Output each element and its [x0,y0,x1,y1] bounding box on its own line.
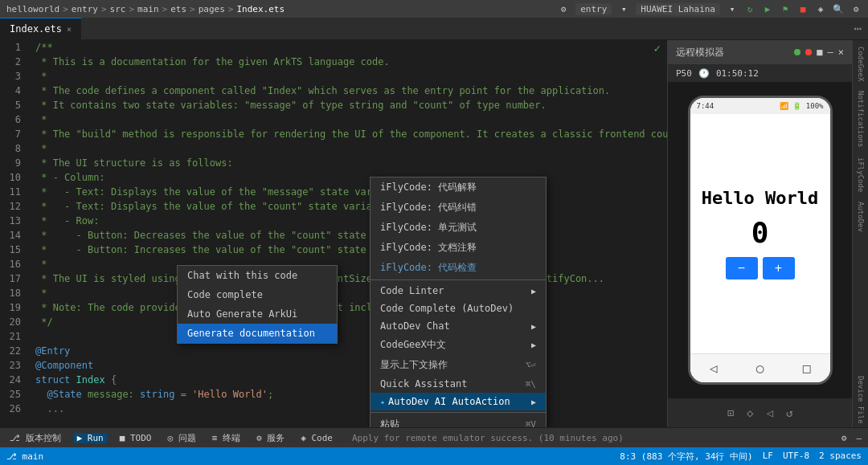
autodev-submenu: Chat with this code Code complete Auto G… [177,265,338,344]
autodev-icon: ✦ [380,398,385,406]
menu-label: Code Linter [380,285,444,296]
tab-label: Index.ets [10,23,62,35]
back-btn-icon[interactable]: ◁ [767,406,773,419]
submenu-item-arkui[interactable]: Auto Generate ArkUi [178,304,337,324]
menu-item-context-action[interactable]: 显示上下文操作 ⌥⏎ [371,355,546,375]
menu-label: Code Complete (AutoDev) [380,303,514,314]
minimize-icon[interactable]: — [828,47,833,58]
breadcrumb-file[interactable]: Index.ets [236,4,285,14]
submenu-item-complete[interactable]: Code complete [178,285,337,304]
breadcrumb-helloworld[interactable]: helloworld [6,4,59,14]
bottom-toolbar: ⎇ 版本控制 ▶ Run ■ TODO ◎ 问题 ≡ 终端 ⚙ 服务 ◈ Cod… [0,427,868,447]
indent: 2 spaces [819,451,862,463]
code-line: * The UI is styled using various methods… [35,271,667,286]
code-line: * - Text: Displays the value of the "cou… [35,199,667,214]
menu-item-paste[interactable]: 粘贴 ⌘V [371,414,546,427]
iflycode-sidebar-icon[interactable]: iFlyCode [855,154,866,195]
menu-item-quick-assistant[interactable]: Quick Assistant ⌘\ [371,375,546,393]
terminal-btn[interactable]: ≡ 终端 [209,432,244,444]
problems-btn[interactable]: ◎ 问题 [165,432,199,444]
services-btn[interactable]: ⚙ 服务 [253,432,288,444]
sync-icon[interactable]: ↻ [744,3,755,14]
huawei-device[interactable]: HUAWEI Lahaina [636,3,720,15]
code-line: * [35,69,667,84]
menu-item-autodev-chat[interactable]: AutoDev Chat ▶ [371,317,546,335]
tab-menu-button[interactable]: ⋯ [847,21,868,36]
menu-item-iflycode-test[interactable]: iFlyCode: 单元测试 [371,218,546,238]
phone-nav: ◁ ○ □ [690,353,830,382]
code-line: * The UI structure is as follows: [35,156,667,170]
debug-icon[interactable]: ⚑ [780,3,791,14]
submenu-item-chat[interactable]: Chat with this code [178,266,337,285]
screenshot-icon[interactable]: ⊡ [727,406,734,419]
menu-item-iflycode-fix[interactable]: iFlyCode: 代码纠错 [371,198,546,218]
notifications-sidebar-icon[interactable]: Notifications [855,88,866,150]
breadcrumb-src[interactable]: src [110,4,126,14]
stop-icon[interactable]: ■ [797,3,809,14]
back-icon[interactable]: ◁ [710,361,718,376]
code-btn[interactable]: ◈ Code [297,433,336,443]
code-line: * - Column: [35,170,667,185]
breadcrumb-entry[interactable]: entry [72,4,98,14]
profile-icon[interactable]: ◈ [815,3,826,14]
side-icons-panel: CodeGeeX Notifications iFlyCode AutoDev … [852,40,868,427]
settings-bottom-icon[interactable]: ⚙ [841,433,847,443]
status-bar: ⎇ main 8:3 (883 个字符, 34行 中间) LF UTF-8 2 … [0,447,868,465]
home-icon[interactable]: ○ [756,361,764,376]
emulator-controls: ■ — × [794,47,844,58]
menu-separator [371,412,546,413]
code-line: * The code defines a component called "I… [35,84,667,98]
dropdown-icon[interactable]: ▾ [618,3,629,14]
rotate-icon[interactable]: ↺ [786,406,792,419]
device-selector[interactable]: entry [575,3,612,15]
phone-minus-btn[interactable]: − [726,257,758,279]
phone-hello-world: Hello World [702,188,819,208]
dropdown-icon2[interactable]: ▾ [727,3,738,14]
version-control-btn[interactable]: ⎇ 版本控制 [6,432,64,444]
editor-area[interactable]: ✓ 12345 678910 1112131415 1617181920 212… [0,40,667,427]
menu-item-iflycode-explain[interactable]: iFlyCode: 代码解释 [371,177,546,198]
autodev-sidebar-icon[interactable]: AutoDev [855,198,866,235]
menu-item-code-complete[interactable]: Code Complete (AutoDev) [371,300,546,317]
run-btn[interactable]: ▶ Run [74,433,107,443]
menu-item-code-linter[interactable]: Code Linter ▶ [371,282,546,300]
breadcrumb-sep3: > [129,4,134,14]
search-icon[interactable]: 🔍 [833,3,844,14]
close-panel-icon[interactable]: × [838,47,844,58]
share-icon[interactable]: ◇ [747,406,753,419]
menu-item-iflycode-doc[interactable]: iFlyCode: 文档注释 [371,238,546,258]
run-status-text: Apply for remote emulator success. (10 m… [352,433,624,443]
menu-label: AutoDev AI AutoAction [388,396,510,407]
devicefile-sidebar-icon[interactable]: Device File [855,373,866,427]
build-icon[interactable]: ▶ [762,3,773,14]
gear-icon[interactable]: ⚙ [850,3,862,14]
menu-item-codegeex[interactable]: CodeGeeX中文 ▶ [371,335,546,355]
stop-emulator-icon[interactable]: ■ [817,47,822,58]
code-line: * - Button: Decreases the value of the "… [35,228,667,243]
menu-label: CodeGeeX中文 [380,338,446,352]
code-editor[interactable]: /** * This is a documentation for the gi… [29,40,667,427]
codegeex-sidebar-icon[interactable]: CodeGeeX [855,43,866,84]
line-ending: LF [763,451,773,463]
device-time: 01:50:12 [716,68,759,79]
settings-icon[interactable]: ⚙ [558,3,569,14]
tab-close-btn[interactable]: × [67,25,72,34]
menu-item-iflycode-check[interactable]: iFlyCode: 代码检查 [371,258,546,278]
breadcrumb-ets[interactable]: ets [170,4,186,14]
shortcut: ⌥⏎ [526,360,536,370]
phone-plus-btn[interactable]: + [763,257,795,279]
context-menu: iFlyCode: 代码解释 iFlyCode: 代码纠错 iFlyCode: … [370,177,547,427]
breadcrumb: helloworld > entry > src > main > ets > … [6,4,553,14]
breadcrumb-pages[interactable]: pages [199,4,225,14]
breadcrumb-main[interactable]: main [137,4,159,14]
minimize-bottom-icon[interactable]: — [856,433,862,443]
breadcrumb-sep6: > [228,4,234,14]
menu-label: 粘贴 [380,418,399,427]
recents-icon[interactable]: □ [803,361,811,376]
tab-index-ets[interactable]: Index.ets × [0,18,82,40]
submenu-item-generate-doc[interactable]: Generate documentation [178,324,337,343]
todo-btn[interactable]: ■ TODO [117,433,155,443]
breadcrumb-sep2: > [101,4,107,14]
device-name: P50 [676,68,692,79]
menu-item-autodev-ai[interactable]: ✦ AutoDev AI AutoAction ▶ [371,393,546,410]
